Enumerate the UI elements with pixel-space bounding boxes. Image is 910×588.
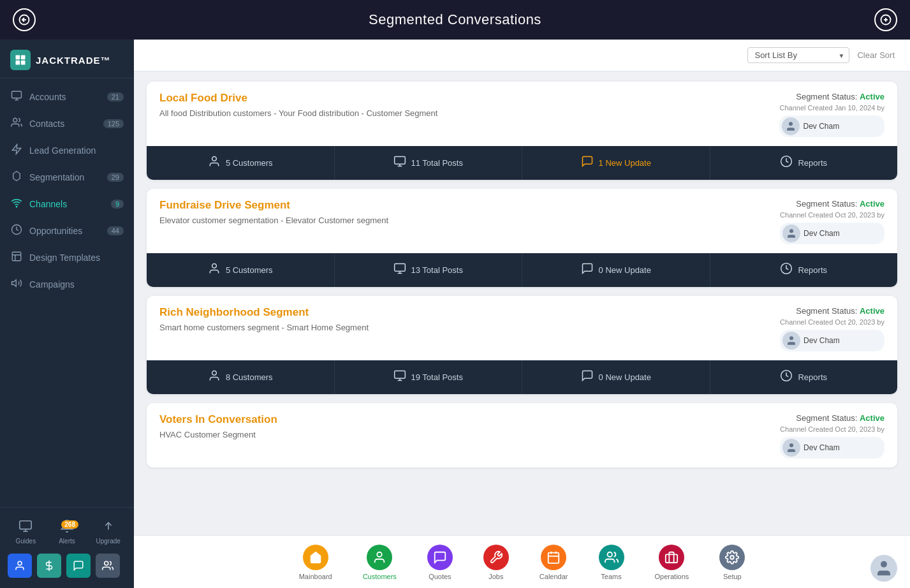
- footer-stat-reports-2[interactable]: Reports: [710, 253, 898, 287]
- sidebar-bottom: Guides 268 Alerts: [0, 507, 134, 588]
- operations-icon: [659, 545, 684, 570]
- clear-sort-button[interactable]: Clear Sort: [857, 50, 895, 60]
- status-active-1: Active: [860, 92, 884, 101]
- svg-point-32: [789, 229, 793, 233]
- customers-icon-3: [208, 369, 221, 385]
- svg-point-50: [607, 552, 612, 557]
- contacts-label: Contacts: [29, 119, 97, 129]
- bottom-nav-setup[interactable]: Setup: [704, 541, 760, 584]
- segment-created-1: Channel Created Jan 10, 2024 by: [779, 104, 884, 112]
- svg-point-25: [105, 561, 108, 565]
- user-avatar-bottom[interactable]: [870, 555, 897, 582]
- segment-title-3[interactable]: Rich Neighborhood Segment: [159, 306, 780, 319]
- footer-stat-customers-2[interactable]: 5 Customers: [147, 253, 335, 287]
- footer-stat-reports-3[interactable]: Reports: [710, 360, 898, 394]
- logo-icon: [10, 50, 31, 70]
- bottom-nav-customers[interactable]: Customers: [348, 541, 412, 584]
- bottom-nav-calendar[interactable]: Calendar: [524, 541, 583, 584]
- updates-icon-2: [581, 262, 594, 278]
- customers-value-1: 5 Customers: [226, 158, 273, 168]
- sidebar-nav: Accounts 21 Contacts 125: [0, 78, 134, 507]
- bottom-nav-quotes[interactable]: Quotes: [412, 541, 468, 584]
- segment-title-4[interactable]: Voters In Conversation: [159, 413, 780, 426]
- sort-bar: Sort List By Clear Sort: [134, 40, 910, 71]
- card-header-4: Voters In Conversation HVAC Customer Seg…: [147, 403, 897, 467]
- footer-stat-updates-3[interactable]: 0 New Update: [522, 360, 710, 394]
- customers-icon-1: [208, 155, 221, 171]
- segment-created-3: Channel Created Oct 20, 2023 by: [780, 318, 884, 326]
- bottom-nav-teams[interactable]: Teams: [583, 541, 640, 584]
- guides-button[interactable]: Guides: [13, 519, 38, 545]
- add-button[interactable]: [874, 8, 897, 31]
- sort-select[interactable]: Sort List By: [747, 47, 849, 63]
- svg-point-38: [789, 336, 793, 340]
- posts-value-1: 11 Total Posts: [411, 158, 463, 168]
- footer-stat-updates-1[interactable]: 1 New Update: [522, 146, 710, 180]
- card-meta-1: Segment Status: Active Channel Created J…: [779, 92, 884, 137]
- svg-marker-13: [12, 145, 21, 154]
- contacts-icon: [10, 117, 23, 131]
- sidebar-item-campaigns[interactable]: Campaigns: [0, 271, 134, 298]
- segment-title-2[interactable]: Fundraise Drive Segment: [159, 199, 780, 212]
- user-icon-3[interactable]: [66, 554, 91, 578]
- user-icon-1[interactable]: [8, 554, 32, 578]
- back-button[interactable]: [13, 8, 36, 31]
- calendar-icon: [541, 545, 566, 570]
- segment-desc-1: All food Distribution customers - Your F…: [159, 108, 779, 118]
- bottom-nav-mainboard[interactable]: Mainboard: [284, 541, 348, 584]
- avatar-circle-4: [782, 439, 800, 457]
- bottom-nav-jobs[interactable]: Jobs: [468, 541, 524, 584]
- avatar-circle-1: [782, 117, 800, 135]
- upgrade-icon: [101, 519, 115, 536]
- footer-stat-updates-2[interactable]: 0 New Update: [522, 253, 710, 287]
- card-info-4: Voters In Conversation HVAC Customer Seg…: [159, 413, 780, 439]
- sidebar-bottom-icons: Guides 268 Alerts: [0, 515, 134, 548]
- mainboard-icon: [303, 545, 328, 570]
- svg-rect-28: [394, 157, 405, 165]
- reports-value-3: Reports: [798, 372, 827, 382]
- sidebar-item-accounts[interactable]: Accounts 21: [0, 84, 134, 110]
- jobs-icon: [483, 545, 509, 570]
- footer-stat-reports-1[interactable]: Reports: [710, 146, 898, 180]
- setup-icon: [719, 545, 745, 570]
- updates-value-2: 0 New Update: [599, 265, 651, 275]
- sidebar-item-contacts[interactable]: Contacts 125: [0, 110, 134, 137]
- svg-point-33: [212, 264, 217, 268]
- accounts-label: Accounts: [29, 92, 101, 102]
- segment-desc-4: HVAC Customer Segment: [159, 430, 780, 439]
- lead-generation-label: Lead Generation: [29, 145, 124, 156]
- reports-icon-2: [780, 262, 793, 278]
- sidebar-item-lead-generation[interactable]: Lead Generation: [0, 137, 134, 164]
- segmentation-badge: 29: [107, 173, 124, 182]
- segment-title-1[interactable]: Local Food Drive: [159, 92, 779, 105]
- customers-value-3: 8 Customers: [226, 372, 273, 382]
- sidebar-item-design-templates[interactable]: Design Templates: [0, 244, 134, 271]
- user-icon-4[interactable]: [96, 554, 120, 578]
- channels-icon: [10, 197, 23, 211]
- alerts-button[interactable]: 268 Alerts: [54, 519, 80, 545]
- sidebar-item-opportunities[interactable]: Opportunities 44: [0, 217, 134, 244]
- footer-stat-posts-2[interactable]: 13 Total Posts: [335, 253, 523, 287]
- segment-created-4: Channel Created Oct 20, 2023 by: [780, 425, 884, 433]
- svg-rect-51: [666, 554, 677, 562]
- sidebar-item-channels[interactable]: Channels 9: [0, 191, 134, 217]
- customers-value-2: 5 Customers: [226, 265, 273, 275]
- avatar-name-2: Dev Cham: [804, 229, 840, 238]
- upgrade-button[interactable]: Upgrade: [96, 519, 121, 545]
- footer-stat-posts-3[interactable]: 19 Total Posts: [335, 360, 523, 394]
- segment-status-3: Segment Status: Active: [780, 306, 884, 316]
- reports-icon-3: [780, 369, 793, 385]
- card-footer-2: 5 Customers 13 Total Posts: [147, 253, 897, 287]
- guides-icon: [18, 519, 33, 536]
- sidebar-item-segmentation[interactable]: Segmentation 29: [0, 164, 134, 191]
- bottom-nav-operations[interactable]: Operations: [640, 541, 705, 584]
- svg-rect-6: [21, 55, 26, 60]
- footer-stat-customers-1[interactable]: 5 Customers: [147, 146, 335, 180]
- jobs-label: Jobs: [488, 573, 503, 580]
- sidebar-user-icons: [0, 548, 134, 583]
- footer-stat-posts-1[interactable]: 11 Total Posts: [335, 146, 523, 180]
- footer-stat-customers-3[interactable]: 8 Customers: [147, 360, 335, 394]
- user-icon-2[interactable]: [37, 554, 61, 578]
- posts-value-3: 19 Total Posts: [411, 372, 463, 382]
- avatar-name-1: Dev Cham: [803, 122, 839, 131]
